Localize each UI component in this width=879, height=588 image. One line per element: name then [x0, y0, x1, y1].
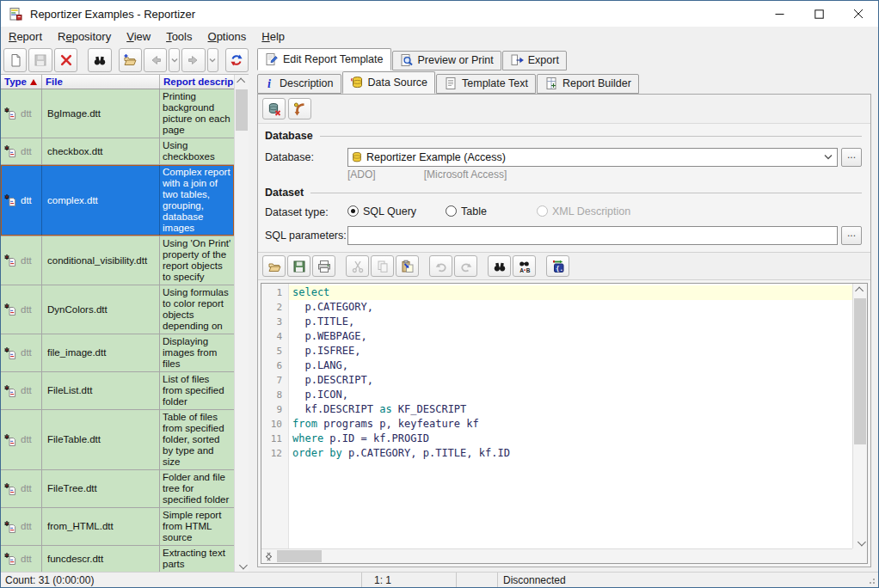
- undo-button[interactable]: [429, 255, 452, 277]
- tab-template-text[interactable]: Template Text: [436, 74, 536, 94]
- table-row[interactable]: dtt from_HTML.dtt Simple report from HTM…: [1, 508, 234, 546]
- dataset-section: Dataset: [265, 187, 862, 199]
- grid-vertical-scrollbar[interactable]: [234, 75, 249, 572]
- sql-parameters-input[interactable]: [347, 226, 838, 245]
- tab-export[interactable]: Export: [502, 51, 567, 70]
- refresh-button[interactable]: [225, 48, 249, 72]
- print-button[interactable]: [312, 255, 335, 277]
- scroll-thumb[interactable]: [236, 89, 248, 131]
- scroll-up-button[interactable]: [853, 284, 867, 297]
- column-header-description[interactable]: Report descrip: [160, 75, 234, 89]
- forward-button[interactable]: [181, 48, 205, 72]
- table-row[interactable]: dtt file_image.dtt Displaying images fro…: [1, 334, 234, 372]
- menu-tools[interactable]: Tools: [158, 28, 200, 45]
- save-file-icon: [292, 260, 306, 273]
- menu-options[interactable]: Options: [200, 28, 255, 45]
- close-database-button[interactable]: [262, 98, 286, 119]
- back-button[interactable]: [144, 48, 167, 72]
- save-file-button[interactable]: [287, 255, 310, 277]
- file-name: BgImage.dtt: [42, 89, 160, 138]
- sql-code[interactable]: 1select2 p.CATEGORY,3 p.TITLE,4 p.WEBPAG…: [261, 285, 852, 548]
- table-row[interactable]: dtt complex.dtt Complex report with a jo…: [1, 165, 234, 236]
- menu-report[interactable]: Report: [1, 28, 50, 45]
- grid-body: dtt BgImage.dtt Printing background pict…: [1, 89, 234, 572]
- menubar: ReportRepositoryViewToolsOptionsHelp: [1, 27, 878, 46]
- back-icon: [149, 53, 163, 67]
- database-browse-button[interactable]: ...: [841, 148, 862, 167]
- editor-horizontal-scrollbar[interactable]: [261, 548, 852, 563]
- scroll-thumb[interactable]: [854, 298, 866, 444]
- report-description: Table of files from specified folder, so…: [160, 410, 234, 469]
- find-button[interactable]: [88, 48, 111, 72]
- report-description: Using formulas to color report objects d…: [160, 285, 234, 334]
- table-row[interactable]: dtt funcdescr.dtt Extracting text parts: [1, 546, 234, 572]
- find-text-button[interactable]: [488, 255, 511, 277]
- open-folder-icon: [123, 53, 137, 67]
- file-type-label: dtt: [21, 483, 32, 494]
- save-button[interactable]: [28, 48, 52, 72]
- cut-button[interactable]: [346, 255, 369, 277]
- minimize-button[interactable]: [759, 1, 799, 27]
- report-file-icon: [3, 482, 17, 496]
- file-type-label: dtt: [21, 347, 32, 358]
- table-row[interactable]: dtt FileTable.dtt Table of files from sp…: [1, 410, 234, 470]
- sql-parameters-browse-button[interactable]: ...: [841, 226, 862, 245]
- tab-edit-report-template[interactable]: Edit Report Template: [257, 48, 391, 70]
- column-header-type[interactable]: Type: [1, 75, 42, 89]
- table-row[interactable]: dtt conditional_visibility.dtt Using 'On…: [1, 236, 234, 285]
- column-header-file[interactable]: File: [42, 75, 160, 89]
- file-name: FileTable.dtt: [42, 410, 160, 469]
- revert-database-button[interactable]: [288, 98, 311, 119]
- maximize-button[interactable]: [799, 1, 839, 27]
- insert-expression-button[interactable]: {..}: [546, 255, 569, 277]
- database-combobox[interactable]: Reportizer Example (Access): [347, 148, 838, 167]
- table-row[interactable]: dtt BgImage.dtt Printing background pict…: [1, 89, 234, 138]
- forward-dropdown-button[interactable]: [207, 48, 218, 72]
- replace-button[interactable]: AB: [513, 255, 536, 277]
- scroll-thumb[interactable]: [277, 550, 322, 562]
- editor-vertical-scrollbar[interactable]: [852, 284, 867, 548]
- file-type-label: dtt: [21, 255, 32, 266]
- report-description: List of files from specified folder: [160, 372, 234, 409]
- refresh-icon: [230, 53, 243, 67]
- revert-database-icon: [293, 102, 307, 116]
- redo-icon: [459, 260, 473, 273]
- sql-editor[interactable]: 1select2 p.CATEGORY,3 p.TITLE,4 p.WEBPAG…: [261, 283, 868, 564]
- file-type-label: dtt: [21, 385, 32, 396]
- menu-help[interactable]: Help: [254, 28, 292, 45]
- database-provider: [ADO]: [347, 168, 376, 181]
- tab-preview-or-print[interactable]: Preview or Print: [392, 51, 501, 70]
- back-dropdown-button[interactable]: [169, 48, 180, 72]
- delete-button[interactable]: [54, 48, 77, 72]
- scroll-down-button[interactable]: [235, 558, 249, 572]
- sort-ascending-icon: [30, 79, 37, 85]
- table-row[interactable]: dtt DynColors.dtt Using formulas to colo…: [1, 285, 234, 334]
- radio-table[interactable]: Table: [446, 205, 487, 217]
- table-row[interactable]: dtt FileTree.dtt Folder and file tree fo…: [1, 470, 234, 508]
- tab-report-builder[interactable]: Report Builder: [537, 74, 639, 94]
- scroll-up-button[interactable]: [235, 75, 249, 89]
- open-repository-button[interactable]: [119, 48, 142, 72]
- redo-button[interactable]: [454, 255, 477, 277]
- paste-button[interactable]: [396, 255, 419, 277]
- scroll-right-button[interactable]: [261, 549, 275, 563]
- tab-data-source[interactable]: Data Source: [342, 71, 435, 94]
- panel-splitter[interactable]: [249, 46, 255, 572]
- table-row[interactable]: dtt checkbox.dtt Using checkboxes: [1, 138, 234, 165]
- close-button[interactable]: [839, 1, 878, 27]
- resize-grip[interactable]: [869, 578, 876, 585]
- dataset-type-label: Dataset type:: [265, 206, 347, 218]
- scroll-down-button[interactable]: [853, 535, 867, 548]
- sql-toolbar: AB {..}: [258, 252, 870, 280]
- menu-view[interactable]: View: [119, 28, 158, 45]
- report-builder-icon: [544, 77, 558, 90]
- table-row[interactable]: dtt FileList.dtt List of files from spec…: [1, 372, 234, 410]
- tab-description[interactable]: i Description: [257, 74, 341, 94]
- new-report-button[interactable]: [3, 48, 27, 72]
- open-file-button[interactable]: [262, 255, 286, 277]
- file-grid: Type File Report descrip dtt: [1, 74, 249, 572]
- copy-button[interactable]: [371, 255, 394, 277]
- close-icon: [853, 9, 864, 19]
- radio-sql-query[interactable]: SQL Query: [347, 205, 416, 217]
- menu-repository[interactable]: Repository: [50, 28, 119, 45]
